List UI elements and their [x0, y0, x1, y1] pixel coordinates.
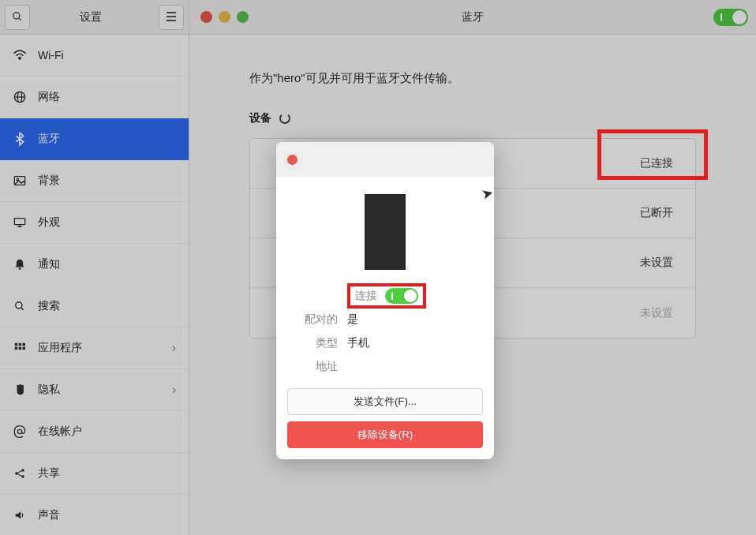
- svg-rect-11: [14, 219, 24, 225]
- header-bar: 设置 蓝牙: [0, 0, 756, 35]
- connect-label: 连接: [355, 289, 377, 303]
- svg-point-23: [17, 429, 21, 433]
- titlebar: 蓝牙: [189, 0, 756, 34]
- connect-toggle[interactable]: [385, 288, 418, 304]
- image-icon: [13, 174, 27, 188]
- sidebar-item-sharing[interactable]: 共享: [0, 453, 189, 495]
- bluetooth-icon: [13, 132, 27, 146]
- svg-rect-21: [19, 347, 22, 350]
- sidebar-item-notifications[interactable]: 通知: [0, 244, 189, 286]
- settings-title: 设置: [30, 10, 154, 24]
- sidebar-item-label: 通知: [38, 257, 60, 271]
- svg-rect-19: [23, 343, 26, 346]
- at-icon: [13, 425, 27, 439]
- device-detail-dialog: 连接 配对的 是 类型 手机 地址 发送文件(F)... 移除设备(R): [276, 142, 494, 459]
- paired-value: 是: [347, 312, 358, 327]
- address-row: 地址: [287, 355, 483, 379]
- type-value: 手机: [347, 336, 369, 350]
- device-status: 未设置: [640, 306, 673, 320]
- svg-rect-22: [23, 347, 26, 350]
- sidebar-item-online-accounts[interactable]: 在线帐户: [0, 411, 189, 453]
- globe-icon: [13, 90, 27, 104]
- svg-point-14: [19, 268, 21, 270]
- search-icon: [12, 11, 23, 24]
- device-image-placeholder: [365, 194, 406, 270]
- search-button[interactable]: [5, 5, 30, 30]
- sidebar-item-label: 声音: [38, 508, 60, 522]
- visibility-text: 作为"hero"可见并可用于蓝牙文件传输。: [249, 71, 756, 86]
- svg-point-5: [19, 58, 21, 59]
- svg-rect-17: [15, 343, 18, 346]
- connect-row: 连接: [287, 284, 483, 308]
- sidebar-item-label: 在线帐户: [38, 425, 82, 439]
- monitor-icon: [13, 215, 27, 230]
- chevron-right-icon: ›: [172, 383, 176, 397]
- apps-icon: [13, 341, 27, 355]
- svg-line-1: [19, 17, 21, 20]
- device-status: 已断开: [640, 206, 673, 220]
- search-icon: [13, 299, 27, 313]
- dialog-close-icon[interactable]: [287, 155, 298, 165]
- sidebar-item-appearance[interactable]: 外观: [0, 202, 189, 244]
- sidebar-item-privacy[interactable]: 隐私 ›: [0, 369, 189, 411]
- sidebar-item-sound[interactable]: 声音: [0, 495, 189, 535]
- devices-label: 设备: [249, 111, 756, 125]
- svg-line-28: [17, 474, 22, 477]
- svg-line-27: [17, 471, 22, 473]
- svg-rect-18: [19, 343, 22, 346]
- page-title: 蓝牙: [462, 10, 484, 24]
- bluetooth-master-toggle[interactable]: [713, 9, 748, 26]
- svg-point-0: [13, 12, 20, 18]
- sidebar-item-label: 外观: [38, 215, 60, 230]
- sidebar-item-label: 网络: [38, 90, 60, 104]
- sidebar-item-label: 隐私: [38, 383, 60, 397]
- sidebar-item-network[interactable]: 网络: [0, 77, 189, 118]
- send-file-button[interactable]: 发送文件(F)...: [287, 388, 483, 415]
- close-window-icon[interactable]: [200, 11, 212, 23]
- sidebar-header: 设置: [0, 0, 189, 35]
- paired-label: 配对的: [287, 312, 347, 327]
- hamburger-icon: [166, 11, 177, 24]
- remove-device-button[interactable]: 移除设备(R): [287, 421, 483, 448]
- sidebar-item-label: 应用程序: [38, 341, 82, 355]
- sidebar-item-label: 蓝牙: [38, 132, 60, 146]
- sidebar: Wi-Fi 网络 蓝牙 背景 外观 通知 搜索 应用程序 › 隐私 › 在线帐户…: [0, 35, 189, 535]
- sidebar-item-label: 搜索: [38, 299, 60, 313]
- paired-row: 配对的 是: [287, 308, 483, 331]
- minimize-window-icon[interactable]: [219, 11, 230, 23]
- sidebar-item-apps[interactable]: 应用程序 ›: [0, 327, 189, 369]
- dialog-titlebar: [276, 142, 494, 177]
- loading-spinner-icon: [279, 113, 290, 124]
- sidebar-item-label: Wi-Fi: [38, 49, 64, 62]
- hamburger-button[interactable]: [159, 5, 184, 30]
- sidebar-item-label: 共享: [38, 466, 60, 481]
- maximize-window-icon[interactable]: [237, 11, 249, 23]
- wifi-icon: [13, 48, 27, 62]
- annotation-highlight-box: 连接: [347, 283, 426, 309]
- type-row: 类型 手机: [287, 331, 483, 355]
- svg-point-15: [16, 302, 22, 309]
- share-icon: [13, 466, 27, 481]
- svg-rect-20: [15, 347, 18, 350]
- type-label: 类型: [287, 336, 347, 350]
- device-status: 未设置: [640, 256, 673, 270]
- chevron-right-icon: ›: [172, 341, 176, 355]
- sidebar-item-background[interactable]: 背景: [0, 160, 189, 202]
- hand-icon: [13, 383, 27, 397]
- window-controls: [200, 11, 249, 23]
- address-label: 地址: [287, 360, 347, 374]
- bell-icon: [13, 257, 27, 271]
- sidebar-item-bluetooth[interactable]: 蓝牙: [0, 118, 189, 160]
- speaker-icon: [13, 508, 27, 522]
- sidebar-item-wifi[interactable]: Wi-Fi: [0, 35, 189, 77]
- sidebar-item-label: 背景: [38, 174, 60, 188]
- sidebar-item-search[interactable]: 搜索: [0, 286, 189, 327]
- svg-line-16: [21, 308, 24, 310]
- annotation-highlight-box: [597, 129, 708, 180]
